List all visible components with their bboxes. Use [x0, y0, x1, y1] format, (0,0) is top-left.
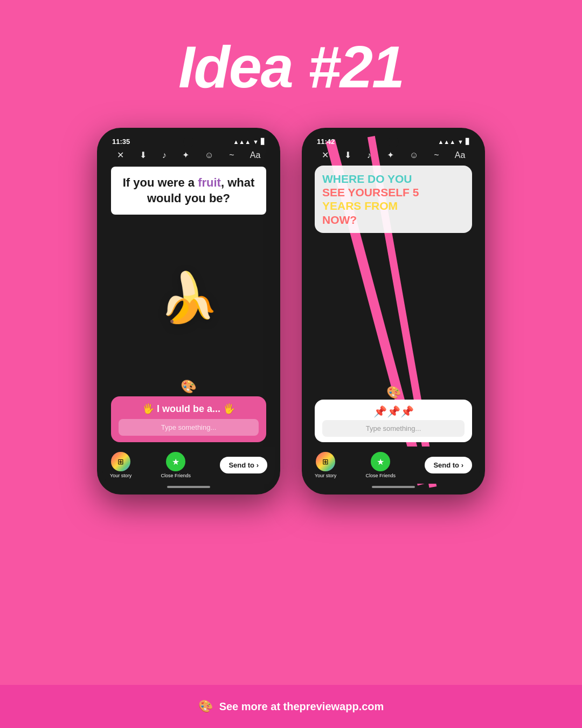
phone-1: 11:35 ▲▲▲ ▼ ▊ ✕ ⬇ ♪ ✦ ☺ ~ Aa: [97, 128, 280, 495]
q-line3: YEARS FROM: [322, 200, 398, 212]
answer-box-1: 🖐 I would be a... 🖐 Type something...: [111, 396, 266, 442]
sticker-icon-2[interactable]: ☺: [410, 150, 418, 160]
status-bar-2: 11:42 ▲▲▲ ▼ ▊: [307, 133, 480, 148]
phones-container: 11:35 ▲▲▲ ▼ ▊ ✕ ⬇ ♪ ✦ ☺ ~ Aa: [0, 128, 582, 495]
download-icon[interactable]: ⬇: [140, 150, 147, 160]
close-icon-2[interactable]: ✕: [322, 150, 329, 160]
your-story-label-1: Your story: [110, 473, 131, 478]
wifi-icon-2: ▼: [458, 139, 463, 145]
phone-2: 11:42 ▲▲▲ ▼ ▊ ✕ ⬇ ♪ ✦ ☺ ~ Aa: [302, 128, 485, 495]
banana-area: 🍌: [102, 219, 275, 377]
close-friends-option-2[interactable]: ★ Close Friends: [366, 452, 396, 478]
question-text-2: WHERE DO YOU SEE YOURSELF 5 YEARS FROM N…: [322, 172, 465, 226]
spacer-2: [307, 236, 480, 386]
squiggle-icon[interactable]: ~: [229, 150, 234, 160]
status-icons-1: ▲▲▲ ▼ ▊: [233, 138, 265, 145]
your-story-option-2[interactable]: ⊞ Your story: [315, 452, 336, 478]
phone-2-screen: 11:42 ▲▲▲ ▼ ▊ ✕ ⬇ ♪ ✦ ☺ ~ Aa: [307, 133, 480, 489]
sparkles-icon-2[interactable]: ✦: [387, 150, 394, 160]
question-text-1: If you were a fruit, what would you be?: [119, 175, 259, 206]
story-circle-2: ⊞: [316, 452, 335, 471]
page-title: Idea #21: [0, 0, 582, 101]
preview-logo-2: 🎨: [307, 386, 480, 400]
bottom-bar-2: ⊞ Your story ★ Close Friends Send to ›: [307, 447, 480, 484]
camera-notch-2: [388, 136, 399, 147]
phone-1-screen: 11:35 ▲▲▲ ▼ ▊ ✕ ⬇ ♪ ✦ ☺ ~ Aa: [102, 133, 275, 489]
home-indicator-1: [167, 486, 210, 488]
q-line1: WHERE DO YOU: [322, 173, 412, 185]
q-line2: SEE YOURSELF 5: [322, 186, 419, 198]
banana-emoji: 🍌: [158, 270, 219, 326]
question-box-2: WHERE DO YOU SEE YOURSELF 5 YEARS FROM N…: [315, 166, 472, 233]
question-box-1: If you were a fruit, what would you be?: [111, 167, 266, 215]
battery-icon-2: ▊: [466, 138, 470, 145]
send-button-2[interactable]: Send to ›: [425, 457, 472, 473]
bottom-bar-1: ⊞ Your story ★ Close Friends Send to ›: [102, 447, 275, 484]
wifi-icon: ▼: [253, 139, 259, 145]
close-icon[interactable]: ✕: [117, 150, 124, 160]
send-button-1[interactable]: Send to ›: [220, 457, 267, 473]
type-input-1[interactable]: Type something...: [119, 419, 259, 436]
toolbar-1: ✕ ⬇ ♪ ✦ ☺ ~ Aa: [102, 148, 275, 162]
answer-prompt: 🖐 I would be a... 🖐: [119, 403, 259, 415]
type-input-2[interactable]: Type something...: [322, 420, 465, 437]
close-friends-label-1: Close Friends: [161, 473, 191, 478]
text-icon[interactable]: Aa: [250, 150, 261, 160]
close-friends-option-1[interactable]: ★ Close Friends: [161, 452, 191, 478]
status-icons-2: ▲▲▲ ▼ ▊: [438, 138, 470, 145]
toolbar-2: ✕ ⬇ ♪ ✦ ☺ ~ Aa: [307, 148, 480, 162]
grid-icon-2: ⊞: [322, 457, 329, 466]
signal-icon: ▲▲▲: [233, 139, 251, 145]
footer-logo: 🎨: [198, 699, 213, 713]
grid-icon-1: ⊞: [117, 457, 124, 466]
battery-icon: ▊: [261, 138, 265, 145]
answer-box-2: 📌📌📌 Type something...: [315, 400, 472, 442]
signal-icon-2: ▲▲▲: [438, 139, 455, 145]
star-icon-2: ★: [377, 457, 384, 467]
text-icon-2[interactable]: Aa: [455, 150, 466, 160]
q-line4: NOW?: [322, 214, 357, 226]
friends-circle-1: ★: [166, 452, 185, 471]
pin-emojis: 📌📌📌: [322, 405, 465, 418]
close-friends-label-2: Close Friends: [366, 473, 396, 478]
sticker-icon[interactable]: ☺: [205, 150, 213, 160]
status-bar-1: 11:35 ▲▲▲ ▼ ▊: [102, 133, 275, 148]
footer-text: See more at thepreviewapp.com: [219, 700, 384, 713]
home-indicator-2: [372, 486, 415, 488]
your-story-option-1[interactable]: ⊞ Your story: [110, 452, 131, 478]
send-label-2: Send to ›: [433, 461, 463, 469]
time-2: 11:42: [317, 138, 335, 146]
sparkles-icon[interactable]: ✦: [182, 150, 189, 160]
squiggle-icon-2[interactable]: ~: [434, 150, 439, 160]
highlight-word: fruit: [198, 176, 221, 189]
star-icon-1: ★: [172, 457, 179, 467]
time-1: 11:35: [112, 138, 130, 146]
phone-2-content: WHERE DO YOU SEE YOURSELF 5 YEARS FROM N…: [307, 162, 480, 489]
music-icon[interactable]: ♪: [162, 150, 167, 160]
your-story-label-2: Your story: [315, 473, 336, 478]
download-icon-2[interactable]: ⬇: [344, 150, 351, 160]
send-label-1: Send to ›: [228, 461, 259, 469]
story-circle-1: ⊞: [111, 452, 130, 471]
camera-notch-1: [183, 136, 194, 147]
footer-section: 🎨 See more at thepreviewapp.com: [0, 685, 582, 728]
friends-circle-2: ★: [371, 452, 390, 471]
preview-logo-1: 🎨: [102, 379, 275, 394]
music-icon-2[interactable]: ♪: [367, 150, 371, 160]
